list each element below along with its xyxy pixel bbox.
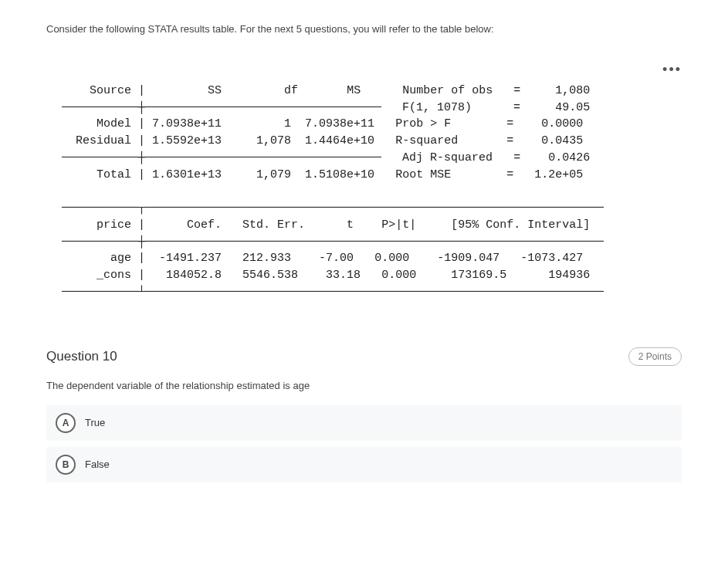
- question-text: The dependent variable of the relationsh…: [46, 380, 682, 391]
- option-a-mark: A: [56, 413, 76, 433]
- option-a-label: True: [85, 417, 105, 428]
- points-badge: 2 Points: [628, 347, 682, 366]
- option-a[interactable]: A True: [46, 405, 682, 441]
- stata-output: ••• Source | SS df MS Number of obs = 1,…: [62, 66, 682, 301]
- more-icon[interactable]: •••: [662, 59, 682, 80]
- intro-text: Consider the following STATA results tab…: [46, 23, 682, 35]
- option-b-mark: B: [56, 455, 76, 475]
- option-b[interactable]: B False: [46, 447, 682, 482]
- option-b-label: False: [85, 458, 110, 470]
- question-title: Question 10: [46, 349, 117, 364]
